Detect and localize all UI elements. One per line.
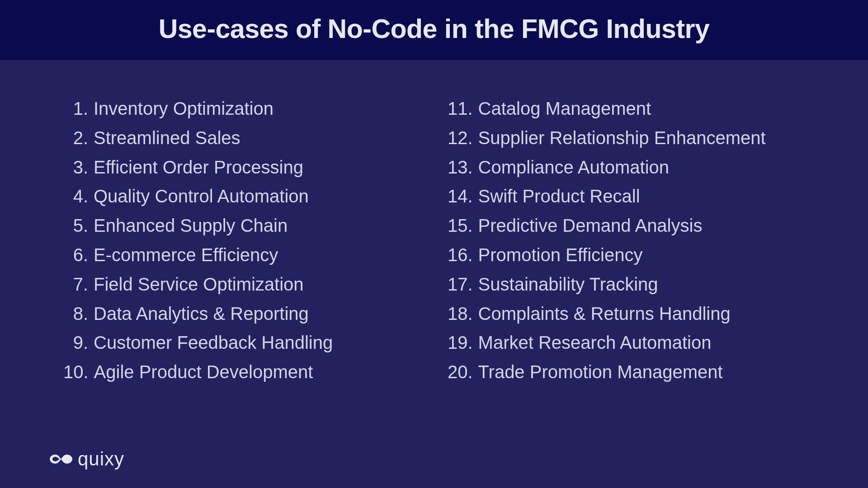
list-text: Compliance Automation — [478, 153, 669, 182]
list-number: 7. — [63, 270, 88, 299]
list-item: 4.Quality Control Automation — [45, 182, 425, 211]
list-number: 11. — [448, 94, 473, 123]
list-number: 14. — [448, 182, 473, 211]
list-text: Streamlined Sales — [94, 123, 241, 153]
list-number: 15. — [448, 211, 473, 240]
list-item: 12.Supplier Relationship Enhancement — [448, 123, 827, 153]
list-item: 16.Promotion Efficiency — [448, 240, 827, 270]
list-text: Supplier Relationship Enhancement — [478, 123, 766, 153]
list-number: 8. — [63, 299, 88, 328]
list-number: 9. — [63, 328, 88, 357]
list-item: 6.E-commerce Efficiency — [45, 240, 425, 270]
list-number: 2. — [63, 123, 88, 153]
list-text: Trade Promotion Management — [478, 357, 723, 387]
list-text: Sustainability Tracking — [478, 270, 658, 299]
list-item: 8.Data Analytics & Reporting — [45, 299, 425, 328]
list-column-left: 1.Inventory Optimization 2.Streamlined S… — [45, 94, 425, 387]
content-area: 1.Inventory Optimization 2.Streamlined S… — [0, 60, 868, 387]
list-text: Swift Product Recall — [478, 182, 640, 211]
list-item: 11.Catalog Management — [448, 94, 827, 123]
list-number: 1. — [63, 94, 88, 123]
list-item: 1.Inventory Optimization — [45, 94, 425, 123]
header-banner: Use-cases of No-Code in the FMCG Industr… — [0, 0, 868, 60]
list-item: 17.Sustainability Tracking — [448, 270, 827, 299]
list-number: 13. — [448, 153, 473, 182]
list-text: Field Service Optimization — [94, 270, 304, 299]
list-text: Promotion Efficiency — [478, 240, 643, 270]
list-item: 14.Swift Product Recall — [448, 182, 827, 211]
list-item: 3.Efficient Order Processing — [45, 153, 425, 182]
list-item: 13.Compliance Automation — [448, 153, 827, 182]
list-text: Inventory Optimization — [94, 94, 274, 123]
list-number: 4. — [63, 182, 88, 211]
list-number: 19. — [448, 328, 473, 357]
list-number: 10. — [63, 357, 89, 387]
list-number: 20. — [448, 357, 473, 387]
list-item: 15.Predictive Demand Analysis — [448, 211, 827, 240]
list-number: 12. — [448, 123, 473, 153]
list-text: Enhanced Supply Chain — [94, 211, 288, 240]
list-text: Market Research Automation — [478, 328, 712, 357]
list-text: Predictive Demand Analysis — [478, 211, 703, 240]
list-text: Catalog Management — [478, 94, 651, 123]
list-item: 9.Customer Feedback Handling — [45, 328, 425, 357]
list-number: 17. — [448, 270, 473, 299]
list-item: 19.Market Research Automation — [448, 328, 827, 357]
list-item: 10.Agile Product Development — [45, 357, 425, 387]
list-text: Complaints & Returns Handling — [478, 299, 731, 328]
list-text: Agile Product Development — [94, 357, 313, 387]
list-item: 7.Field Service Optimization — [45, 270, 425, 299]
infinity-icon — [50, 452, 72, 466]
brand-logo: quixy — [50, 448, 124, 470]
list-number: 16. — [448, 240, 473, 270]
list-text: Quality Control Automation — [94, 182, 309, 211]
list-number: 18. — [448, 299, 473, 328]
list-text: Data Analytics & Reporting — [94, 299, 309, 328]
list-number: 6. — [63, 240, 88, 270]
list-text: Customer Feedback Handling — [94, 328, 333, 357]
brand-name: quixy — [78, 448, 124, 470]
list-text: Efficient Order Processing — [94, 153, 303, 182]
list-number: 3. — [63, 153, 88, 182]
list-item: 18.Complaints & Returns Handling — [448, 299, 827, 328]
list-item: 2.Streamlined Sales — [45, 123, 425, 153]
list-text: E-commerce Efficiency — [94, 240, 278, 270]
page-title: Use-cases of No-Code in the FMCG Industr… — [54, 14, 814, 44]
list-item: 5.Enhanced Supply Chain — [45, 211, 425, 240]
list-number: 5. — [63, 211, 88, 240]
list-item: 20.Trade Promotion Management — [448, 357, 827, 387]
list-column-right: 11.Catalog Management 12.Supplier Relati… — [448, 94, 827, 387]
